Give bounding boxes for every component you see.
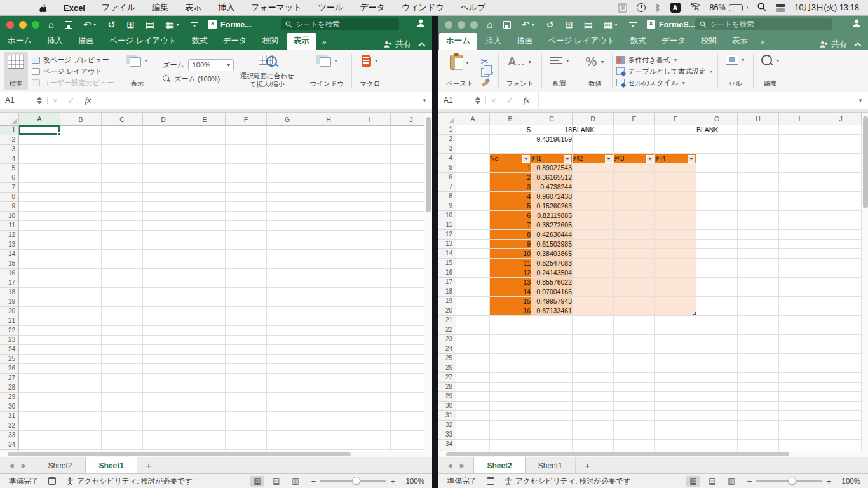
cell-A11[interactable] <box>19 221 60 231</box>
column-header-B[interactable]: B <box>60 113 102 126</box>
macro-icon[interactable]: ▤ <box>584 20 593 29</box>
cell-E13[interactable] <box>614 240 655 249</box>
cell-D2[interactable] <box>573 135 614 144</box>
table-insert-icon[interactable]: ▦▼ <box>165 20 180 29</box>
column-header-I[interactable]: I <box>779 113 820 125</box>
cell-G18[interactable] <box>696 287 738 297</box>
cell-G2[interactable] <box>267 135 308 145</box>
cell-B15[interactable] <box>60 259 102 269</box>
cell-H29[interactable] <box>738 392 779 402</box>
cell-G17[interactable] <box>696 278 738 287</box>
cell-E28[interactable] <box>184 383 226 393</box>
cell-C2[interactable] <box>102 135 143 145</box>
status-page-break-button[interactable]: ▥ <box>724 476 738 487</box>
row-header-13[interactable]: 13 <box>0 240 19 250</box>
cell-C12[interactable] <box>102 231 143 240</box>
cell-E29[interactable] <box>614 392 655 402</box>
cell-E22[interactable] <box>614 325 655 335</box>
cell-A17[interactable] <box>456 278 490 287</box>
row-header-28[interactable]: 28 <box>438 383 456 392</box>
cell-H20[interactable] <box>738 306 779 316</box>
ribbon-tab-挿入[interactable]: 挿入 <box>40 33 70 50</box>
zoom-out-icon[interactable]: − <box>747 477 752 486</box>
cell-D4[interactable]: 列2 <box>573 154 614 163</box>
row-header-2[interactable]: 2 <box>438 135 456 144</box>
cell-H11[interactable] <box>738 220 779 230</box>
menu-item[interactable]: ツール <box>318 3 344 12</box>
cell-D1[interactable]: BLANK <box>573 125 614 135</box>
sheet-next-icon[interactable]: ▶ <box>22 462 27 469</box>
cell-J2[interactable] <box>820 135 862 144</box>
ribbon-tab-ホーム[interactable]: ホーム <box>1 33 39 50</box>
cell-J28[interactable] <box>820 383 862 392</box>
cell-B9[interactable]: 5 <box>490 201 531 211</box>
cell-G24[interactable] <box>696 344 738 354</box>
sheet-tab-Sheet1[interactable]: Sheet1 <box>85 458 137 473</box>
row-header-20[interactable]: 20 <box>0 307 19 316</box>
cell-G30[interactable] <box>267 402 308 412</box>
row-header-1[interactable]: 1 <box>0 126 19 135</box>
ribbon-tab-overflow-icon[interactable]: » <box>756 35 770 50</box>
undo-icon[interactable]: ↶▼ <box>83 20 97 29</box>
cell-A26[interactable] <box>456 363 490 373</box>
cell-A28[interactable] <box>456 383 490 392</box>
cell-A17[interactable] <box>19 278 60 288</box>
cell-H14[interactable] <box>308 250 349 259</box>
cell-J11[interactable] <box>820 220 862 230</box>
cell-E34[interactable] <box>184 440 226 450</box>
cell-C31[interactable] <box>531 411 573 421</box>
row-header-29[interactable]: 29 <box>0 393 19 402</box>
cell-F18[interactable] <box>226 288 267 297</box>
cell-G28[interactable] <box>696 383 738 392</box>
cell-E23[interactable] <box>614 335 655 344</box>
cell-F12[interactable] <box>226 231 267 240</box>
menu-item[interactable]: 表示 <box>185 3 201 12</box>
cell-F32[interactable] <box>226 421 267 431</box>
cell-D31[interactable] <box>573 411 614 421</box>
cell-E8[interactable] <box>184 193 226 202</box>
formula-bar-expand-icon[interactable]: ▼ <box>422 98 432 104</box>
cell-D12[interactable] <box>143 231 184 240</box>
status-zoom-value[interactable]: 100% <box>836 477 860 485</box>
cell-B11[interactable] <box>60 221 102 231</box>
cell-G14[interactable] <box>267 250 308 259</box>
enter-icon[interactable]: ✓ <box>63 96 80 105</box>
cell-C24[interactable] <box>102 345 143 355</box>
filter-dropdown-icon[interactable] <box>646 155 654 163</box>
cell-J23[interactable] <box>820 335 862 344</box>
cell-E6[interactable] <box>184 173 226 183</box>
cell-B22[interactable] <box>490 325 531 335</box>
cell-B34[interactable] <box>60 440 102 450</box>
cell-B17[interactable] <box>60 278 102 288</box>
column-header-H[interactable]: H <box>308 113 349 126</box>
cell-H3[interactable] <box>308 145 349 154</box>
cell-F22[interactable] <box>655 325 696 335</box>
cell-I24[interactable] <box>349 345 391 355</box>
cell-H24[interactable] <box>308 345 349 355</box>
cell-B16[interactable] <box>60 269 102 278</box>
cell-F2[interactable] <box>226 135 267 145</box>
cell-E29[interactable] <box>184 393 226 402</box>
cell-F15[interactable] <box>226 259 267 269</box>
status-page-layout-button[interactable]: ▤ <box>705 476 719 487</box>
cell-A5[interactable] <box>19 164 60 173</box>
cell-D20[interactable] <box>143 307 184 316</box>
cell-A7[interactable] <box>456 182 490 192</box>
cell-C15[interactable] <box>102 259 143 269</box>
cell-F34[interactable] <box>226 440 267 450</box>
cell-G32[interactable] <box>267 421 308 431</box>
cell-H27[interactable] <box>738 373 779 383</box>
cell-E19[interactable] <box>614 297 655 306</box>
sheet-prev-icon[interactable]: ◀ <box>447 462 452 469</box>
cell-G30[interactable] <box>696 402 738 411</box>
zoom-slider-thumb[interactable] <box>788 477 796 485</box>
cancel-icon[interactable]: × <box>48 96 63 105</box>
cell-B15[interactable]: 11 <box>490 259 531 268</box>
cell-G33[interactable] <box>267 431 308 440</box>
apple-menu-icon[interactable] <box>39 3 48 13</box>
ribbon-tab-描画[interactable]: 描画 <box>71 33 101 50</box>
cell-B24[interactable] <box>490 344 531 354</box>
cell-G12[interactable] <box>696 230 738 240</box>
battery-indicator[interactable]: 86% <box>710 3 748 12</box>
bluetooth-icon[interactable]: ᛒ <box>655 3 660 13</box>
